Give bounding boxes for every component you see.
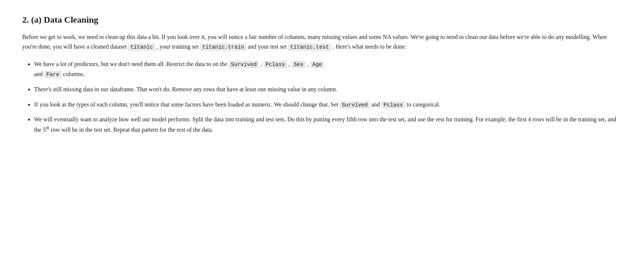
bullet1-separator2: , xyxy=(287,61,292,67)
list-item: We have a lot of predictors, but we don'… xyxy=(34,59,622,79)
bullet3-text-end: to categorical. xyxy=(405,101,441,108)
intro-text-part2: , your training set xyxy=(155,43,200,50)
bullet1-separator3: , xyxy=(306,61,310,67)
code-survived: Survived xyxy=(229,61,259,68)
code-survived-2: Survived xyxy=(340,101,370,109)
intro-text-part3: and your test set xyxy=(246,43,288,50)
bullet4-text-end: row will be in the test set. Repeat that… xyxy=(49,127,213,133)
intro-paragraph: Before we get to work, we need to clean … xyxy=(22,32,622,52)
bullet1-text-before: We have a lot of predictors, but we don'… xyxy=(34,61,229,67)
bullet1-text-and: and xyxy=(34,71,44,77)
bullet1-separator1: , xyxy=(259,61,263,67)
code-pclass: Pclass xyxy=(263,61,287,68)
code-sex: Sex xyxy=(292,61,306,68)
list-item: If you look at the types of each column,… xyxy=(34,100,622,110)
list-item: We will eventually want to analyze how w… xyxy=(34,115,622,135)
bullet3-text-middle: and xyxy=(370,101,381,108)
code-titanic-train: titanic.train xyxy=(200,43,246,51)
instructions-list: We have a lot of predictors, but we don'… xyxy=(22,59,622,135)
section-title: 2. (a) Data Cleaning xyxy=(22,15,622,25)
code-titanic: titanic xyxy=(128,43,155,51)
code-age: Age xyxy=(310,61,324,68)
list-item: There's still missing data in our datafr… xyxy=(34,85,622,94)
code-fare: Fare xyxy=(44,71,62,78)
bullet1-text-end: columns. xyxy=(62,71,84,77)
code-titanic-test: titanic.test xyxy=(288,43,331,51)
intro-text-part4: . Here's what needs to be done: xyxy=(331,43,406,50)
code-pclass-2: Pclass xyxy=(381,101,405,109)
bullet2-text: There's still missing data in our datafr… xyxy=(34,86,337,92)
superscript-th: th xyxy=(46,125,49,131)
bullet3-text-before: If you look at the types of each column,… xyxy=(34,101,340,108)
